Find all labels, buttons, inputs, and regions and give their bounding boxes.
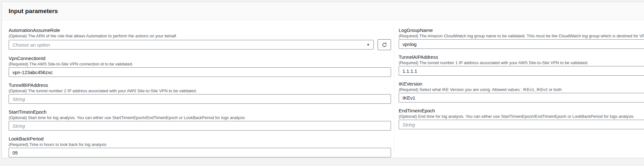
chevron-down-icon: ▼ bbox=[366, 43, 370, 47]
field-label: TunnelAIPAddress bbox=[399, 54, 644, 60]
panel-header: Input parameters bbox=[2, 2, 644, 20]
field-tunnel-a-ip-address: TunnelAIPAddress (Required) The tunnel n… bbox=[399, 54, 644, 76]
field-start-time-in-epoch: StartTimeinEpoch (Optional) Start time f… bbox=[9, 109, 391, 131]
form-column-right: LogGroupName (Required) The Amazon Cloud… bbox=[399, 27, 644, 135]
refresh-button[interactable] bbox=[378, 39, 391, 50]
field-vpn-connection-id: VpnConnectionId (Required) The AWS Site-… bbox=[9, 56, 391, 77]
field-end-time-in-epoch: EndTimeinEpoch (Optional) End time for l… bbox=[399, 108, 644, 129]
field-label: AutomationAssumeRole bbox=[9, 27, 391, 33]
input-parameters-panel: Input parameters AutomationAssumeRole (O… bbox=[2, 2, 644, 158]
ike-version-input[interactable] bbox=[399, 93, 644, 102]
panel-body: AutomationAssumeRole (Optional) The ARN … bbox=[2, 20, 644, 158]
field-label: EndTimeinEpoch bbox=[399, 108, 644, 114]
look-back-period-input[interactable] bbox=[9, 148, 391, 157]
field-description: (Required) The tunnel number 1 IP addres… bbox=[399, 60, 644, 65]
end-time-in-epoch-input[interactable] bbox=[399, 120, 644, 129]
vpn-connection-id-input[interactable] bbox=[9, 67, 391, 77]
field-label: VpnConnectionId bbox=[9, 56, 391, 61]
field-description: (Required) Select what IKE Version you a… bbox=[399, 87, 644, 92]
field-description: (Required) The Amazon CloudWatch log gro… bbox=[399, 33, 644, 39]
column-divider bbox=[394, 24, 394, 153]
field-ike-version: IKEVersion (Required) Select what IKE Ve… bbox=[399, 81, 644, 102]
field-log-group-name: LogGroupName (Required) The Amazon Cloud… bbox=[399, 27, 644, 49]
field-label: LogGroupName bbox=[399, 27, 644, 33]
field-description: (Optional) End time for log analysis. Yo… bbox=[399, 114, 644, 119]
field-label: TunnelBIPAddress bbox=[9, 82, 391, 88]
select-placeholder: Choose an option bbox=[12, 42, 50, 48]
start-time-in-epoch-input[interactable] bbox=[9, 121, 391, 131]
field-label: IKEVersion bbox=[399, 81, 644, 87]
field-description: (Optional) Start time for log analysis. … bbox=[9, 115, 391, 120]
field-label: LookBackPeriod bbox=[9, 136, 391, 142]
field-automation-assume-role: AutomationAssumeRole (Optional) The ARN … bbox=[9, 27, 391, 50]
field-tunnel-b-ip-address: TunnelBIPAddress (Optional) The tunnel n… bbox=[9, 82, 391, 104]
field-label: StartTimeinEpoch bbox=[9, 109, 391, 115]
form-column-left: AutomationAssumeRole (Optional) The ARN … bbox=[9, 27, 391, 163]
tunnel-a-ip-address-input[interactable] bbox=[399, 66, 644, 76]
field-description: (Optional) The tunnel number 2 IP addres… bbox=[9, 88, 391, 94]
automation-assume-role-select[interactable]: Choose an option ▼ bbox=[9, 40, 374, 49]
field-look-back-period: LookBackPeriod (Required) Time in hours … bbox=[9, 136, 391, 157]
log-group-name-input[interactable] bbox=[399, 39, 644, 49]
tunnel-b-ip-address-input[interactable] bbox=[9, 94, 391, 104]
refresh-icon bbox=[382, 42, 387, 48]
field-description: (Optional) The ARN of the role that allo… bbox=[9, 33, 391, 39]
page-title: Input parameters bbox=[9, 8, 58, 15]
field-description: (Required) Time in hours to look back fo… bbox=[9, 142, 391, 147]
field-description: (Required) The AWS Site-to-Site VPN conn… bbox=[9, 61, 391, 67]
